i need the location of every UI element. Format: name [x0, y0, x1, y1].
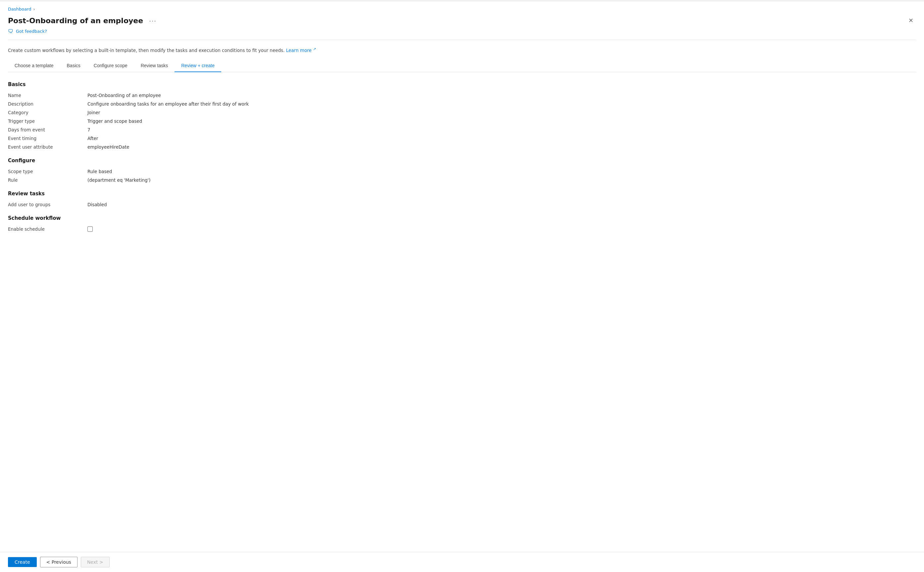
description-text: Create custom workflows by selecting a b…: [8, 47, 916, 53]
tab-review-tasks[interactable]: Review tasks: [134, 60, 174, 72]
field-row-scope-type: Scope type Rule based: [8, 169, 916, 174]
schedule-section-title: Schedule workflow: [8, 215, 916, 221]
field-label-event-timing: Event timing: [8, 136, 87, 141]
review-tasks-section-title: Review tasks: [8, 191, 916, 197]
field-label-trigger-type: Trigger type: [8, 118, 87, 124]
field-value-event-user-attribute: employeeHireDate: [87, 145, 916, 150]
field-row-description: Description Configure onboarding tasks f…: [8, 101, 916, 107]
create-button[interactable]: Create: [8, 557, 37, 567]
schedule-section: Schedule workflow Enable schedule: [8, 215, 916, 232]
field-row-category: Category Joiner: [8, 110, 916, 115]
field-label-add-user-to-groups: Add user to groups: [8, 202, 87, 207]
more-options-button[interactable]: ···: [147, 16, 159, 25]
field-value-category: Joiner: [87, 110, 916, 115]
field-value-event-timing: After: [87, 136, 916, 141]
field-value-rule: (department eq 'Marketing'): [87, 177, 916, 183]
tab-choose-template[interactable]: Choose a template: [8, 60, 60, 72]
enable-schedule-checkbox[interactable]: [87, 226, 93, 232]
breadcrumb-separator: ›: [33, 7, 35, 12]
field-row-event-timing: Event timing After: [8, 136, 916, 141]
field-label-scope-type: Scope type: [8, 169, 87, 174]
field-value-scope-type: Rule based: [87, 169, 916, 174]
field-row-add-user-to-groups: Add user to groups Disabled: [8, 202, 916, 207]
field-value-name: Post-Onboarding of an employee: [87, 93, 916, 98]
previous-button[interactable]: < Previous: [40, 557, 78, 567]
feedback-icon: 🗨: [8, 28, 13, 34]
field-row-name: Name Post-Onboarding of an employee: [8, 93, 916, 98]
wizard-tabs: Choose a template Basics Configure scope…: [8, 60, 916, 72]
field-value-add-user-to-groups: Disabled: [87, 202, 916, 207]
field-label-description: Description: [8, 101, 87, 107]
learn-more-link[interactable]: Learn more ↗: [286, 48, 316, 53]
tab-review-create[interactable]: Review + create: [174, 60, 221, 72]
field-row-enable-schedule: Enable schedule: [8, 226, 916, 232]
field-row-event-user-attribute: Event user attribute employeeHireDate: [8, 145, 916, 150]
field-row-trigger-type: Trigger type Trigger and scope based: [8, 118, 916, 124]
external-link-icon: ↗: [313, 47, 316, 51]
page-title: Post-Onboarding of an employee: [8, 17, 143, 25]
review-tasks-section: Review tasks Add user to groups Disabled: [8, 191, 916, 207]
basics-section: Basics Name Post-Onboarding of an employ…: [8, 81, 916, 150]
header-divider: [8, 40, 916, 40]
next-button: Next >: [81, 557, 110, 567]
feedback-label: Got feedback?: [16, 29, 47, 34]
field-row-days-from-event: Days from event 7: [8, 127, 916, 132]
configure-section-title: Configure: [8, 157, 916, 163]
field-label-category: Category: [8, 110, 87, 115]
page-header: Post-Onboarding of an employee ··· ✕: [8, 16, 916, 25]
breadcrumb: Dashboard ›: [8, 7, 916, 12]
close-button[interactable]: ✕: [906, 16, 916, 25]
field-label-enable-schedule: Enable schedule: [8, 226, 87, 232]
field-value-description: Configure onboarding tasks for an employ…: [87, 101, 916, 107]
footer: Create < Previous Next >: [0, 552, 924, 572]
field-row-rule: Rule (department eq 'Marketing'): [8, 177, 916, 183]
tab-basics[interactable]: Basics: [60, 60, 87, 72]
feedback-row[interactable]: 🗨 Got feedback?: [8, 28, 916, 34]
configure-section: Configure Scope type Rule based Rule (de…: [8, 157, 916, 183]
breadcrumb-dashboard-link[interactable]: Dashboard: [8, 7, 31, 12]
field-value-days-from-event: 7: [87, 127, 916, 132]
field-label-name: Name: [8, 93, 87, 98]
tab-configure-scope[interactable]: Configure scope: [87, 60, 134, 72]
basics-section-title: Basics: [8, 81, 916, 87]
field-label-event-user-attribute: Event user attribute: [8, 145, 87, 150]
field-label-rule: Rule: [8, 177, 87, 183]
field-label-days-from-event: Days from event: [8, 127, 87, 132]
field-value-trigger-type: Trigger and scope based: [87, 118, 916, 124]
enable-schedule-checkbox-wrap: [87, 226, 93, 232]
